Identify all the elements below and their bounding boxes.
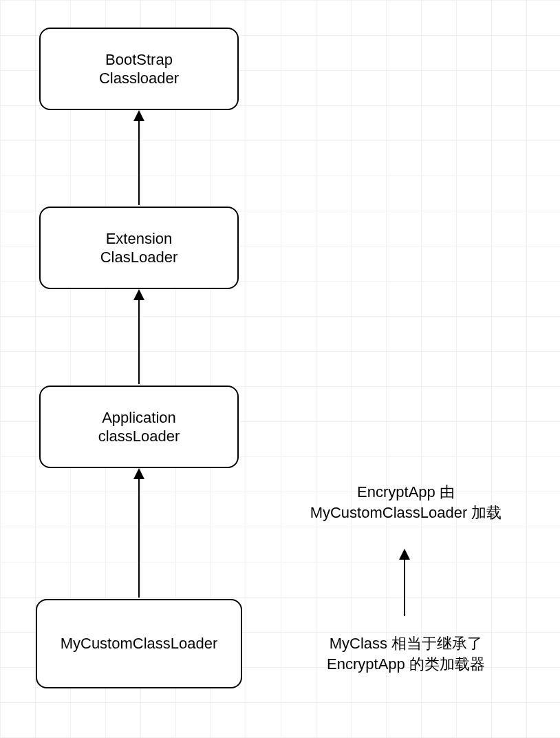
arrow-layer: [0, 0, 560, 738]
